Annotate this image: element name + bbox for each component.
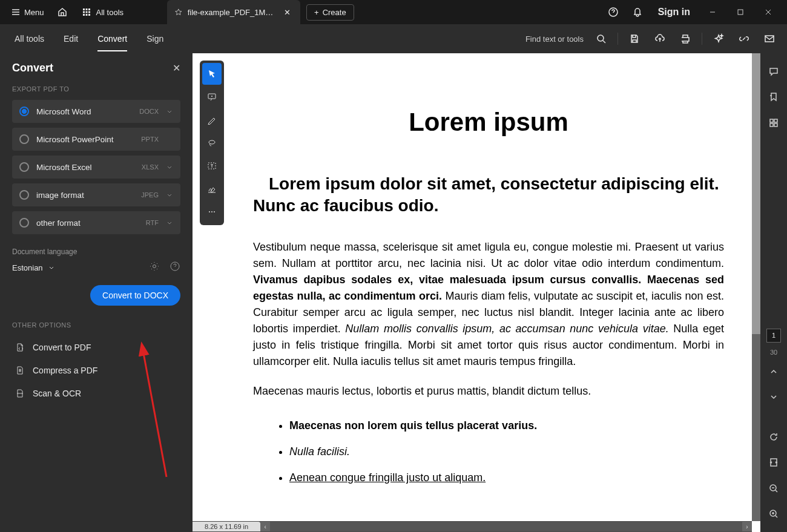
email-icon — [764, 33, 775, 44]
toolbar-all-tools[interactable]: All tools — [6, 27, 53, 51]
vertical-scrollbar[interactable] — [752, 53, 760, 521]
text-box-icon — [207, 161, 217, 171]
doc-bullet-1: Maecenas non lorem quis tellus placerat … — [289, 419, 537, 432]
svg-rect-5 — [88, 11, 90, 13]
signature-icon — [207, 184, 217, 194]
document-area: Lorem ipsum Lorem ipsum dolor sit amet, … — [193, 53, 760, 532]
language-value: Estonian — [12, 263, 43, 272]
draw-tool[interactable] — [202, 132, 222, 154]
home-button[interactable] — [50, 0, 74, 24]
svg-rect-22 — [774, 119, 777, 122]
close-sidebar-button[interactable]: ✕ — [173, 62, 180, 74]
doc-lang-label: Document language — [12, 248, 77, 256]
svg-rect-24 — [774, 123, 777, 126]
cursor-icon — [207, 69, 217, 79]
export-format-docx[interactable]: Microsoft WordDOCX — [12, 100, 180, 123]
notifications-button[interactable] — [625, 0, 650, 24]
hamburger-icon — [11, 7, 21, 17]
language-select[interactable]: Estonian — [12, 263, 55, 272]
convert-pdf-option[interactable]: Convert to PDF — [12, 336, 180, 359]
search-button[interactable] — [590, 27, 613, 51]
select-tool[interactable] — [202, 63, 222, 85]
convert-to-docx-button[interactable]: Convert to DOCX — [90, 285, 180, 306]
radio-indicator — [19, 107, 29, 116]
document-viewport[interactable]: Lorem ipsum Lorem ipsum dolor sit amet, … — [193, 53, 760, 532]
export-format-rtf[interactable]: other formatRTF — [12, 211, 180, 234]
more-tools[interactable] — [202, 201, 222, 223]
toolbar-convert[interactable]: Convert — [89, 27, 136, 51]
compress-pdf-option[interactable]: Compress a PDF — [12, 359, 180, 382]
link-button[interactable] — [733, 27, 756, 51]
grid-icon — [82, 7, 91, 17]
document-tab[interactable]: file-example_PDF_1MB.... ✕ — [167, 0, 300, 24]
sign-in-button[interactable]: Sign in — [650, 7, 699, 18]
close-window-button[interactable] — [754, 0, 782, 24]
create-button[interactable]: + Create — [306, 4, 354, 21]
maximize-window-button[interactable] — [726, 0, 754, 24]
svg-rect-6 — [83, 14, 85, 16]
save-icon — [629, 33, 640, 44]
menu-button[interactable]: Menu — [5, 4, 50, 21]
help-button[interactable] — [601, 0, 625, 24]
compress-pdf-icon — [15, 365, 25, 376]
export-format-pptx[interactable]: Microsoft PowerPointPPTX — [12, 128, 180, 151]
radio-indicator — [19, 162, 29, 172]
export-format-xlsx[interactable]: Microsoft ExcelXLSX — [12, 156, 180, 179]
zoom-out-button[interactable] — [762, 478, 786, 498]
fit-width-button[interactable] — [762, 453, 786, 472]
ai-button[interactable] — [707, 27, 730, 51]
scroll-left-button[interactable]: ‹ — [260, 522, 270, 531]
bottom-bar: 8.26 x 11.69 in ‹ › — [193, 521, 752, 532]
signature-tool[interactable] — [202, 178, 222, 200]
minimize-window-button[interactable] — [699, 0, 726, 24]
highlight-tool[interactable] — [202, 109, 222, 131]
cloud-button[interactable] — [648, 27, 671, 51]
scan-ocr-option[interactable]: Scan & OCR — [12, 382, 180, 405]
option-label: Compress a PDF — [33, 366, 97, 375]
home-icon — [57, 7, 68, 18]
save-button[interactable] — [623, 27, 646, 51]
minimize-icon — [709, 8, 716, 16]
doc-title: Lorem ipsum — [253, 108, 724, 137]
zoom-in-button[interactable] — [762, 504, 786, 524]
comment-icon — [207, 92, 217, 102]
chevron-up-icon — [769, 367, 778, 376]
print-icon — [680, 33, 691, 44]
toolbar-edit[interactable]: Edit — [55, 27, 87, 51]
svg-rect-8 — [88, 14, 90, 16]
doc-bullet-2: Nulla facilisi. — [289, 445, 350, 458]
export-format-jpeg[interactable]: image formatJPEG — [12, 183, 180, 206]
find-text-button[interactable]: Find text or tools — [522, 34, 587, 44]
tab-close-button[interactable]: ✕ — [282, 8, 293, 17]
print-button[interactable] — [674, 27, 697, 51]
svg-point-19 — [211, 211, 212, 212]
info-button[interactable] — [170, 261, 180, 274]
horizontal-scrollbar[interactable]: ‹ › — [260, 522, 752, 531]
text-tool[interactable] — [202, 155, 222, 177]
menu-label: Menu — [24, 8, 44, 17]
doc-bullet-list: Maecenas non lorem quis tellus placerat … — [253, 413, 724, 491]
toolbar-sign[interactable]: Sign — [138, 27, 172, 51]
page-dimensions: 8.26 x 11.69 in — [193, 522, 260, 531]
format-label: image format — [36, 191, 134, 200]
star-icon — [174, 8, 183, 16]
page-up-button[interactable] — [762, 362, 786, 381]
thumbnails-panel-button[interactable] — [762, 113, 786, 133]
main: Convert ✕ EXPORT PDF TO Microsoft WordDO… — [0, 53, 787, 532]
comments-panel-button[interactable] — [762, 62, 786, 81]
maximize-icon — [737, 8, 744, 16]
svg-point-13 — [153, 265, 156, 268]
tab-title: file-example_PDF_1MB.... — [188, 8, 277, 17]
settings-button[interactable] — [149, 261, 160, 274]
scroll-right-button[interactable]: › — [742, 522, 752, 531]
rotate-button[interactable] — [762, 427, 786, 447]
current-page-indicator[interactable]: 1 — [766, 329, 781, 343]
all-tools-button[interactable]: All tools — [74, 4, 131, 21]
email-button[interactable] — [758, 27, 781, 51]
page-down-button[interactable] — [762, 387, 786, 407]
other-options-label: OTHER OPTIONS — [12, 321, 180, 329]
bookmarks-panel-button[interactable] — [762, 87, 786, 107]
chevron-down-icon — [166, 108, 173, 115]
svg-point-18 — [209, 211, 210, 212]
comment-tool[interactable] — [202, 86, 222, 108]
